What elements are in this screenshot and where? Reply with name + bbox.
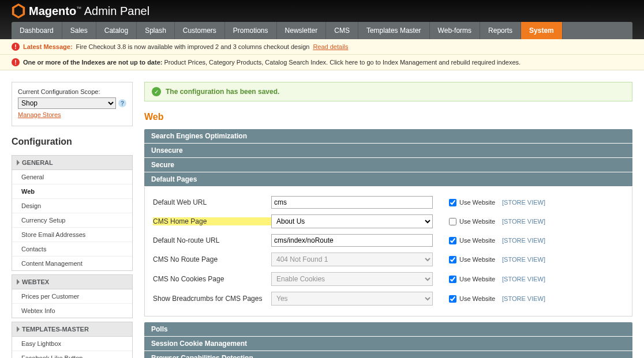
index-notice-text: Product Prices, Category Products, Catal… [164,59,380,66]
header: Magento™ Admin Panel Dashboard Sales Cat… [0,0,644,39]
nav-sales[interactable]: Sales [62,22,96,39]
label-cms-nocookies-page: CMS No Cookies Page [153,275,271,283]
scope-cms-noroute-page: [STORE VIEW] [502,256,545,263]
select-cms-noroute-page[interactable]: 404 Not Found 1 [271,253,433,266]
checkbox-cms-noroute-page[interactable] [449,256,456,263]
sidebar-item-content-mgmt[interactable]: Content Management [12,257,132,270]
alert-icon: ! [12,58,20,66]
panel-title: Admin Panel [84,5,149,17]
main-panel: ✓ The configuration has been saved. Web … [144,82,632,358]
select-show-breadcrumbs[interactable]: Yes [271,292,433,306]
section-browser-capabilities[interactable]: Browser Capabilities Detection [144,351,632,358]
row-cms-nocookies-page: CMS No Cookies Page Enable Cookies Use W… [153,272,624,286]
section-secure[interactable]: Secure [144,158,632,172]
nav-catalog[interactable]: Catalog [96,22,137,39]
success-message: ✓ The configuration has been saved. [144,82,632,101]
row-cms-noroute-page: CMS No Route Page 404 Not Found 1 Use We… [153,253,624,266]
sidebar-item-design[interactable]: Design [12,199,132,213]
section-unsecure[interactable]: Unsecure [144,144,632,158]
sidebar-item-webtex-info[interactable]: Webtex Info [12,304,132,318]
input-default-noroute[interactable] [271,234,433,247]
sidebar-item-facebook-like[interactable]: Facebook Like Button [12,351,132,358]
sidebar-item-store-email[interactable]: Store Email Addresses [12,228,132,242]
nav-web-forms[interactable]: Web-forms [430,22,480,39]
sidebar: Current Configuration Scope: Shop ? Mana… [12,82,133,358]
row-default-web-url: Default Web URL Use Website [STORE VIEW] [153,196,624,209]
alert-icon: ! [12,43,20,51]
checkbox-default-noroute[interactable] [449,237,456,244]
manage-stores-link[interactable]: Manage Stores [18,111,61,118]
scope-cms-home-page: [STORE VIEW] [502,218,545,225]
scope-show-breadcrumbs: [STORE VIEW] [502,295,545,302]
sidebar-item-easy-lightbox[interactable]: Easy Lightbox [12,337,132,351]
nav-cms[interactable]: CMS [326,22,358,39]
select-cms-home-page[interactable]: About Us [271,214,433,228]
scope-default-web-url: [STORE VIEW] [502,199,545,206]
row-cms-home-page: CMS Home Page About Us Use Website [STOR… [153,214,624,228]
row-default-noroute: Default No-route URL Use Website [STORE … [153,234,624,247]
scope-box: Current Configuration Scope: Shop ? Mana… [12,82,133,126]
label-cms-home-page: CMS Home Page [153,217,271,225]
section-search-engines[interactable]: Search Engines Optimization [144,129,632,144]
index-management-link[interactable]: Index Management [383,59,437,66]
sidebar-item-contacts[interactable]: Contacts [12,242,132,257]
chevron-right-icon [17,279,20,285]
index-notice-prefix: One or more of the Indexes are not up to… [23,59,162,66]
logo-text: Magento™ Admin Panel [29,5,149,18]
label-cms-noroute-page: CMS No Route Page [153,255,271,263]
checkbox-cms-nocookies-page[interactable] [449,276,456,283]
sidebar-item-prices-per-customer[interactable]: Prices per Customer [12,289,132,304]
nav-reports[interactable]: Reports [480,22,521,39]
label-show-breadcrumbs: Show Breadcrumbs for CMS Pages [153,295,271,303]
scope-cms-nocookies-page: [STORE VIEW] [502,276,545,282]
nav-newsletter[interactable]: Newsletter [277,22,327,39]
label-default-web-url: Default Web URL [153,198,271,206]
index-notice-bar: ! One or more of the Indexes are not up … [0,55,644,70]
main-nav: Dashboard Sales Catalog Splash Customers… [12,22,632,39]
chevron-right-icon [17,160,20,165]
checkbox-cms-home-page[interactable] [449,218,456,225]
section-session-cookie[interactable]: Session Cookie Management [144,337,632,351]
scope-select[interactable]: Shop [18,97,116,109]
nav-system[interactable]: System [521,22,563,39]
checkbox-show-breadcrumbs[interactable] [449,295,456,303]
sidebar-item-general[interactable]: General [12,170,132,184]
section-default-pages[interactable]: Default Pages [144,172,632,187]
row-show-breadcrumbs: Show Breadcrumbs for CMS Pages Yes Use W… [153,292,624,306]
chevron-right-icon [17,326,20,332]
page-title: Web [144,112,632,122]
latest-message-text: Fire Checkout 3.8 is now available with … [76,43,310,50]
index-notice-suffix: and rebuild required indexes. [439,59,521,66]
nav-splash[interactable]: Splash [137,22,175,39]
category-webtex[interactable]: WEBTEX [12,274,133,289]
section-polls[interactable]: Polls [144,322,632,337]
nav-templates-master[interactable]: Templates Master [358,22,430,39]
latest-message-bar: ! Latest Message: Fire Checkout 3.8 is n… [0,39,644,55]
select-cms-nocookies-page[interactable]: Enable Cookies [271,272,433,286]
sidebar-item-currency-setup[interactable]: Currency Setup [12,213,132,228]
brand-name: Magento [29,5,76,17]
help-icon[interactable]: ? [118,99,126,107]
success-text: The configuration has been saved. [166,88,279,96]
label-default-noroute: Default No-route URL [153,236,271,244]
nav-customers[interactable]: Customers [175,22,225,39]
nav-promotions[interactable]: Promotions [225,22,277,39]
sidebar-item-web[interactable]: Web [12,184,132,199]
configuration-heading: Configuration [12,137,133,147]
content-area: Current Configuration Scope: Shop ? Mana… [0,70,644,358]
check-icon: ✓ [152,87,161,96]
latest-message-label: Latest Message: [23,43,73,50]
nav-dashboard[interactable]: Dashboard [12,22,62,39]
latest-message-link[interactable]: Read details [313,43,348,50]
magento-logo-icon [12,3,25,18]
checkbox-default-web-url[interactable] [449,199,456,206]
logo-row: Magento™ Admin Panel [12,3,632,22]
category-templates-master[interactable]: TEMPLATES-MASTER [12,322,133,337]
input-default-web-url[interactable] [271,196,433,209]
scope-default-noroute: [STORE VIEW] [502,237,545,244]
default-pages-fieldset: Default Web URL Use Website [STORE VIEW]… [144,187,632,316]
category-general[interactable]: GENERAL [12,155,133,170]
scope-label: Current Configuration Scope: [18,88,126,95]
